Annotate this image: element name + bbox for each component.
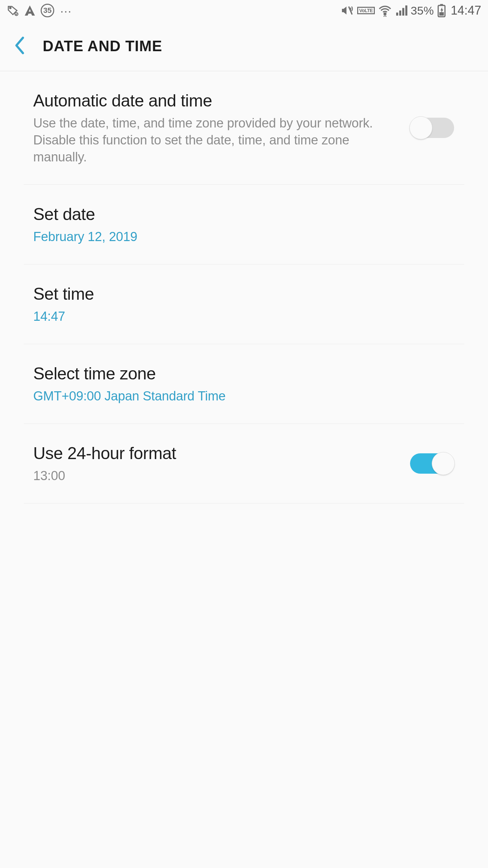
battery-charging-icon [437,4,446,17]
svg-point-2 [384,13,386,15]
svg-rect-9 [439,12,444,16]
row-set-time[interactable]: Set time 14:47 [24,264,464,344]
status-clock: 14:47 [451,3,481,18]
svg-rect-8 [440,4,443,6]
app-a-icon [23,4,37,17]
status-bar-left: 35 … [7,3,73,18]
svg-rect-6 [405,5,407,16]
row-value: 14:47 [33,308,454,325]
row-title: Set time [33,283,454,304]
row-subtitle: Use the date, time, and time zone provid… [33,115,396,165]
mute-vibrate-icon [340,4,354,17]
row-set-date[interactable]: Set date February 12, 2019 [24,185,464,264]
back-icon[interactable] [12,36,27,57]
tag-icon [7,4,19,17]
toggle-24-hour-format[interactable] [410,453,454,474]
row-title: Automatic date and time [33,90,396,111]
row-automatic-date-time[interactable]: Automatic date and time Use the date, ti… [24,71,464,185]
volte-icon: VoLTE [357,7,375,14]
row-title: Use 24-hour format [33,443,396,464]
row-value: 13:00 [33,467,396,484]
wifi-icon [378,4,392,17]
svg-point-0 [10,7,11,9]
svg-rect-4 [399,11,401,16]
svg-rect-3 [396,13,398,16]
page-title: DATE AND TIME [43,38,162,55]
battery-percent: 35% [411,4,434,17]
settings-list: Automatic date and time Use the date, ti… [24,71,464,504]
row-select-time-zone[interactable]: Select time zone GMT+09:00 Japan Standar… [24,344,464,424]
status-bar: 35 … VoLTE 35% [0,0,488,21]
status-bar-right: VoLTE 35% 14:47 [340,3,481,18]
svg-rect-5 [402,8,404,16]
notification-count-badge: 35 [41,4,54,17]
row-value: February 12, 2019 [33,228,454,245]
cellular-signal-icon [395,4,407,17]
row-title: Set date [33,204,454,225]
toggle-automatic-date-time[interactable] [410,118,454,138]
row-24-hour-format[interactable]: Use 24-hour format 13:00 [24,424,464,504]
row-title: Select time zone [33,363,454,384]
row-value: GMT+09:00 Japan Standard Time [33,388,454,405]
more-notifications-icon: … [60,1,73,16]
app-bar: DATE AND TIME [0,21,488,71]
